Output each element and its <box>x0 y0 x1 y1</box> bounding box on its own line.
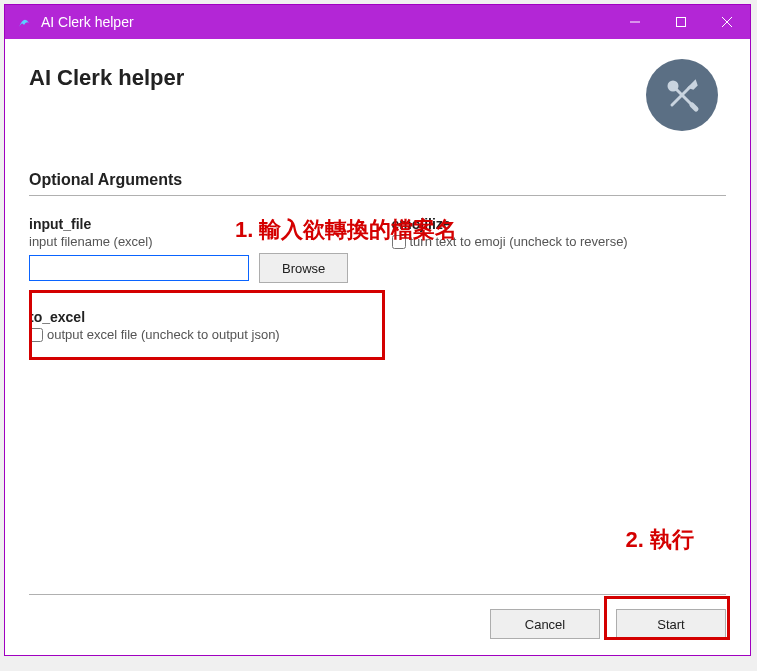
to-excel-group: to_excel output excel file (uncheck to o… <box>29 309 364 342</box>
input-file-desc: input filename (excel) <box>29 234 364 249</box>
emojilize-checkbox[interactable] <box>392 235 406 249</box>
titlebar-title: AI Clerk helper <box>41 14 612 30</box>
window-controls <box>612 5 750 39</box>
content-area: AI Clerk helper Optional Arguments 1. 輸入… <box>5 39 750 655</box>
section-title: Optional Arguments <box>29 171 182 189</box>
browse-button[interactable]: Browse <box>259 253 348 283</box>
to-excel-checkbox-label: output excel file (uncheck to output jso… <box>47 327 280 342</box>
maximize-button[interactable] <box>658 5 704 39</box>
to-excel-checkbox[interactable] <box>29 328 43 342</box>
svg-rect-1 <box>677 18 686 27</box>
minimize-button[interactable] <box>612 5 658 39</box>
emojilize-checkbox-row[interactable]: turn text to emoji (uncheck to reverse) <box>392 234 727 249</box>
footer: Cancel Start <box>29 594 726 639</box>
cancel-button[interactable]: Cancel <box>490 609 600 639</box>
section-header: Optional Arguments <box>29 171 726 196</box>
right-column: emojilize turn text to emoji (uncheck to… <box>392 216 727 342</box>
app-icon <box>15 13 33 31</box>
emojilize-checkbox-label: turn text to emoji (uncheck to reverse) <box>410 234 628 249</box>
annotation-2: 2. 執行 <box>626 525 694 555</box>
emojilize-label: emojilize <box>392 216 727 232</box>
close-button[interactable] <box>704 5 750 39</box>
to-excel-label: to_excel <box>29 309 364 325</box>
form-area: input_file input filename (excel) Browse… <box>29 216 726 342</box>
svg-point-6 <box>669 82 677 90</box>
header-row: AI Clerk helper <box>29 59 726 131</box>
titlebar: AI Clerk helper <box>5 5 750 39</box>
start-button[interactable]: Start <box>616 609 726 639</box>
to-excel-checkbox-row[interactable]: output excel file (uncheck to output jso… <box>29 327 364 342</box>
input-file-label: input_file <box>29 216 364 232</box>
page-title: AI Clerk helper <box>29 65 184 91</box>
app-window: AI Clerk helper AI Clerk helper <box>4 4 751 656</box>
left-column: input_file input filename (excel) Browse… <box>29 216 364 342</box>
settings-icon[interactable] <box>646 59 718 131</box>
input-file-row: Browse <box>29 253 364 283</box>
input-file-field[interactable] <box>29 255 249 281</box>
